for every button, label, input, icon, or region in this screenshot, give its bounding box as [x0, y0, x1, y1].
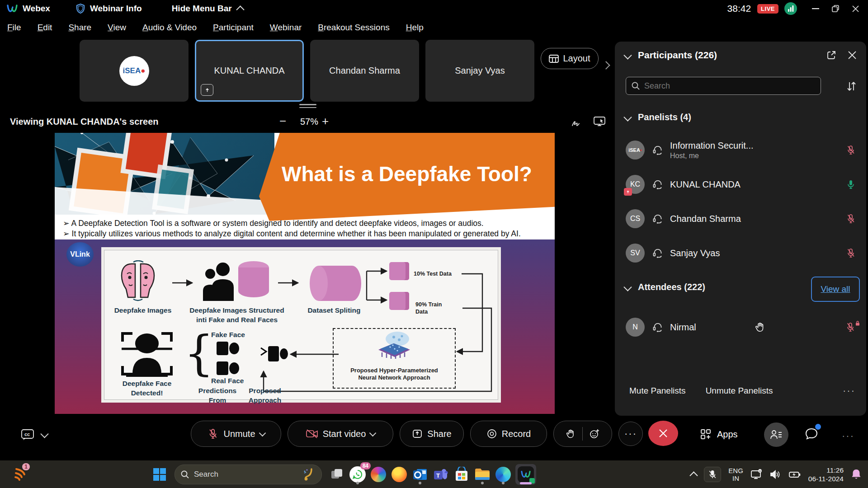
video-tile-chandan-sharma[interactable]: Chandan Sharma: [310, 40, 419, 102]
copilot-button[interactable]: [368, 464, 389, 485]
record-button[interactable]: Record: [470, 421, 547, 447]
reactions-group[interactable]: [553, 421, 612, 447]
search-input[interactable]: [626, 77, 821, 95]
menu-file[interactable]: File: [7, 23, 21, 33]
participant-row-chandan[interactable]: CS Chandan Sharma: [615, 204, 866, 233]
raised-hand-icon: [755, 321, 766, 333]
participant-row-sanjay[interactable]: SV Sanjay Vyas: [615, 239, 866, 267]
cast-icon[interactable]: [750, 469, 762, 480]
panel-more-options-button[interactable]: ···: [843, 385, 855, 397]
menu-share[interactable]: Share: [68, 23, 91, 33]
filmstrip-resize-handle[interactable]: [299, 104, 316, 108]
filmstrip-next-icon[interactable]: [602, 61, 610, 69]
collapse-panelists-icon[interactable]: [623, 113, 632, 121]
lock-icon: [855, 321, 860, 326]
more-panels-button[interactable]: ···: [842, 430, 854, 442]
leave-meeting-button[interactable]: [648, 421, 678, 446]
vlink-logo: VLink: [66, 242, 94, 267]
whatsapp-button[interactable]: 84: [347, 464, 368, 485]
zoom-level[interactable]: 57%: [295, 117, 324, 127]
diagram-label: Dataset Spliting: [302, 305, 366, 315]
sort-participants-icon[interactable]: [845, 80, 857, 92]
video-tile-isea[interactable]: iSEA●: [80, 40, 189, 102]
share-button[interactable]: Share: [400, 421, 464, 447]
volume-icon[interactable]: [769, 469, 781, 480]
microsoft-store-button[interactable]: [451, 464, 472, 485]
view-all-button[interactable]: View all: [811, 277, 860, 302]
chat-button[interactable]: [804, 427, 819, 442]
merge-icon: [260, 345, 288, 363]
saxophone-icon: [302, 468, 316, 481]
taskbar-search[interactable]: Search: [175, 465, 322, 484]
remote-control-icon[interactable]: [593, 116, 607, 127]
widgets-button[interactable]: 1: [10, 464, 31, 485]
raise-hand-button[interactable]: [560, 428, 582, 439]
webinar-info-button[interactable]: Webinar Info: [90, 4, 142, 14]
task-view-button[interactable]: [326, 464, 347, 485]
menu-view[interactable]: View: [108, 23, 126, 33]
participant-row-nirmal[interactable]: N Nirmal: [615, 313, 866, 342]
unmute-options-icon[interactable]: [259, 429, 266, 436]
taskbar-clock[interactable]: 11:2606-11-2024: [808, 466, 844, 483]
unmute-button[interactable]: Unmute: [191, 421, 281, 447]
chevron-up-icon[interactable]: [236, 5, 244, 14]
battery-icon[interactable]: [788, 469, 801, 480]
teams-button[interactable]: T: [430, 464, 451, 485]
tile-name: Chandan Sharma: [329, 66, 400, 76]
zoom-in-button[interactable]: +: [322, 114, 329, 128]
slide-diagram-section: VLink: [55, 239, 555, 414]
video-tile-kunal-chanda[interactable]: KUNAL CHANDA: [195, 40, 304, 102]
slide-header: What is a Deepfake Tool?: [55, 133, 555, 215]
copilot-icon: [371, 467, 386, 482]
annotate-icon[interactable]: [571, 116, 582, 127]
mic-muted-icon: [845, 248, 856, 258]
collapse-participants-icon[interactable]: [623, 51, 632, 59]
layout-button[interactable]: Layout: [541, 48, 599, 69]
headset-icon: [652, 178, 664, 190]
closed-captions-button[interactable]: cc: [21, 428, 47, 441]
menu-audio-video[interactable]: Audio & Video: [142, 23, 197, 33]
language-indicator[interactable]: ENGIN: [728, 467, 743, 482]
close-window-button[interactable]: [845, 0, 865, 17]
tray-mic-muted-button[interactable]: [704, 467, 721, 482]
menu-help[interactable]: Help: [406, 23, 424, 33]
participant-row-kunal[interactable]: KC KUNAL CHANDA: [615, 170, 866, 199]
cc-options-icon[interactable]: [40, 430, 48, 438]
firefox-button[interactable]: [389, 464, 410, 485]
reactions-button[interactable]: [583, 428, 606, 439]
webex-logo-icon: [6, 4, 18, 14]
file-explorer-button[interactable]: [472, 464, 493, 485]
participant-row-host[interactable]: iSEA• Information Securit... Host, me: [615, 136, 866, 164]
edge-button[interactable]: [493, 464, 514, 485]
collapse-attendees-icon[interactable]: [623, 283, 632, 291]
notifications-bell-icon[interactable]: [851, 469, 862, 480]
apps-button[interactable]: Apps: [700, 428, 738, 440]
minimize-button[interactable]: [806, 0, 826, 17]
menu-edit[interactable]: Edit: [38, 23, 52, 33]
zoom-out-button[interactable]: −: [279, 114, 286, 128]
mic-muted-icon: [708, 469, 717, 479]
participants-panel: Participants (226) Panelists (4) iSEA• I…: [615, 42, 866, 416]
hide-menu-bar-button[interactable]: Hide Menu Bar: [172, 4, 232, 14]
windows-logo-icon: [152, 467, 167, 482]
maximize-button[interactable]: [826, 0, 845, 17]
video-options-icon[interactable]: [369, 429, 377, 436]
start-button[interactable]: [149, 464, 170, 485]
webex-taskbar-button[interactable]: [515, 464, 536, 485]
deepfake-images-icon: [118, 260, 169, 302]
mute-panelists-button[interactable]: Mute Panelists: [629, 386, 686, 396]
popout-panel-icon[interactable]: [826, 50, 836, 60]
video-tile-sanjay-vyas[interactable]: Sanjay Vyas: [425, 40, 534, 102]
outlook-button[interactable]: [410, 464, 430, 485]
connection-quality-icon[interactable]: [784, 2, 797, 15]
menu-participant[interactable]: Participant: [213, 23, 254, 33]
more-controls-button[interactable]: ···: [618, 422, 643, 446]
menu-breakout-sessions[interactable]: Breakout Sessions: [318, 23, 389, 33]
start-video-button[interactable]: Start video: [288, 421, 393, 447]
close-panel-icon[interactable]: [848, 51, 856, 59]
participants-toggle-button[interactable]: [764, 422, 788, 447]
menu-webinar[interactable]: Webinar: [270, 23, 302, 33]
viewing-screen-label: Viewing KUNAL CHANDA's screen: [10, 117, 159, 127]
tray-hidden-icons-button[interactable]: [690, 471, 698, 479]
unmute-panelists-button[interactable]: Unmute Panelists: [706, 386, 773, 396]
